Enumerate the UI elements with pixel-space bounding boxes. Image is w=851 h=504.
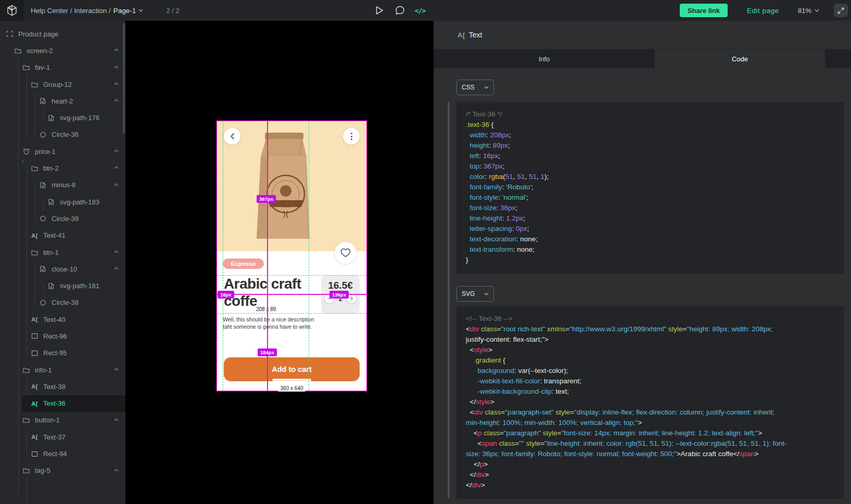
circle-icon (40, 215, 47, 222)
layer-row-svg-path-181[interactable]: svg-path-181 (0, 277, 125, 294)
svg-format-select[interactable]: SVG (456, 286, 494, 302)
fullscreen-button[interactable] (834, 4, 848, 17)
layer-row-group-12[interactable]: Group-12 (0, 76, 125, 93)
layer-row-text-41[interactable]: A[Text-41 (0, 227, 125, 244)
chevron-left-icon (230, 133, 235, 140)
layer-row-rect-96[interactable]: Rect-96 (0, 328, 125, 344)
layer-label: close-10 (52, 265, 77, 273)
guide-line-top (217, 275, 366, 276)
product-title: Arabic craft coffe (224, 275, 323, 309)
folder-icon (23, 367, 30, 373)
layer-label: Product page (18, 30, 58, 38)
description-line1: Well, this should be a nice description (223, 316, 314, 323)
collapse-chevron-icon[interactable] (114, 66, 119, 69)
collapse-chevron-icon[interactable] (114, 99, 119, 102)
layer-row-circle-39[interactable]: Circle-39 (0, 210, 125, 227)
layer-row-info-1[interactable]: info-1 (0, 361, 125, 378)
circle-icon (40, 131, 47, 138)
collapse-chevron-icon[interactable] (114, 250, 119, 253)
layer-label: svg-path-183 (60, 198, 99, 206)
text-icon: A[ (31, 400, 39, 407)
guide-line-left (223, 121, 223, 391)
rect-icon (31, 450, 39, 457)
category-tag[interactable]: Expresso (223, 259, 264, 269)
layer-row-rect-94[interactable]: Rect-94 (0, 445, 125, 462)
layer-row-text-40[interactable]: A[Text-40 (0, 311, 125, 328)
more-menu-button[interactable] (343, 128, 360, 145)
mobile-screen-frame: Expresso Arabic craft coffe 208 x 89 16.… (217, 121, 366, 391)
layer-row-screen-2[interactable]: screen-2 (0, 42, 125, 59)
layer-row-circle-36[interactable]: Circle-36 (0, 126, 125, 143)
layer-label: Text-40 (43, 316, 66, 324)
frame-icon (6, 31, 14, 37)
panel-scrollbar[interactable] (448, 102, 450, 498)
layer-row-heart-2[interactable]: heart-2 (0, 93, 125, 109)
coffee-bag-image (237, 127, 328, 252)
layer-label: btn-1 (43, 249, 59, 256)
add-to-cart-button[interactable]: Add to cart (224, 357, 360, 381)
comment-button[interactable] (394, 5, 405, 16)
layer-row-text-37[interactable]: A[Text-37 (0, 429, 125, 445)
back-button[interactable] (224, 128, 240, 145)
breadcrumb[interactable]: Help Center / Interaction / Page-1 (31, 7, 143, 15)
layer-row-rect-95[interactable]: Rect-95 (0, 345, 125, 361)
layer-row-close-10[interactable]: close-10 (0, 261, 125, 277)
css-format-select[interactable]: CSS (456, 80, 494, 95)
folder-icon (31, 81, 39, 88)
collapse-chevron-icon[interactable] (114, 368, 119, 371)
chevron-down-icon (484, 292, 489, 295)
share-link-button[interactable]: Share link (680, 4, 728, 17)
folder-icon (31, 165, 39, 172)
layer-row-btn-1[interactable]: btn-1 (0, 244, 125, 261)
layer-row-svg-path-183[interactable]: svg-path-183 (0, 193, 125, 210)
play-button[interactable] (374, 5, 385, 16)
layer-label: Rect-95 (43, 349, 67, 357)
mask-icon (23, 148, 30, 155)
layer-row-text-38[interactable]: A[Text-38 (0, 378, 125, 395)
text-icon: A[ (31, 316, 39, 323)
app-logo[interactable] (0, 0, 24, 21)
layer-row-fav-1[interactable]: fav-1 (0, 59, 125, 76)
collapse-chevron-icon[interactable] (114, 149, 119, 152)
layers-panel: ↑ Product pagescreen-2fav-1Group-12heart… (0, 21, 125, 504)
tab-info[interactable]: Info (434, 49, 655, 68)
collapse-chevron-icon[interactable] (114, 469, 119, 472)
layer-label: svg-path-181 (60, 282, 99, 290)
collapse-chevron-icon[interactable] (114, 166, 119, 169)
collapse-chevron-icon[interactable] (114, 418, 119, 421)
design-canvas[interactable]: Expresso Arabic craft coffe 208 x 89 16.… (125, 21, 434, 504)
layer-row-price-1[interactable]: price-1 (0, 143, 125, 160)
layer-row-tag-5[interactable]: tag-5 (0, 462, 125, 479)
layer-row-text-36[interactable]: A[Text-36 (0, 395, 125, 412)
text-icon: A[ (31, 434, 39, 441)
favorite-button[interactable] (335, 242, 357, 264)
edit-page-link[interactable]: Edit page (747, 0, 779, 21)
layer-row-svg-path-176[interactable]: svg-path-176 (0, 109, 125, 126)
layer-row-circle-38[interactable]: Circle-38 (0, 294, 125, 311)
collapse-chevron-icon[interactable] (114, 183, 119, 186)
collapse-chevron-icon[interactable] (114, 48, 119, 51)
circle-icon (40, 299, 47, 306)
top-bar: Help Center / Interaction / Page-1 2 / 2… (0, 0, 851, 21)
layer-row-button-1[interactable]: button-1 (0, 412, 125, 429)
tabs-gutter (825, 49, 851, 68)
code-view-button[interactable]: </> (414, 5, 426, 16)
layer-row-minus-8[interactable]: minus-8 (0, 177, 125, 193)
layer-row-btn-2[interactable]: btn-2 (0, 160, 125, 176)
rect-icon (31, 350, 39, 356)
inspector-header: A[ Text (434, 21, 851, 49)
price-value: 16.5€ (321, 280, 360, 291)
layer-label: svg-path-176 (60, 114, 99, 122)
chevron-down-icon (815, 9, 819, 12)
tab-code[interactable]: Code (655, 49, 825, 68)
layer-label: Text-38 (43, 383, 66, 391)
layer-row-product page[interactable]: Product page (0, 25, 125, 42)
zoom-control[interactable]: 81% (798, 0, 819, 21)
layer-label: Rect-96 (43, 332, 67, 340)
measure-badge-top: 367px (257, 195, 276, 203)
collapse-chevron-icon[interactable] (114, 82, 119, 85)
sidebar-scrollbar[interactable] (123, 23, 125, 134)
collapse-chevron-icon[interactable] (114, 267, 119, 270)
layer-label: heart-2 (52, 97, 73, 105)
layer-label: screen-2 (27, 47, 53, 55)
